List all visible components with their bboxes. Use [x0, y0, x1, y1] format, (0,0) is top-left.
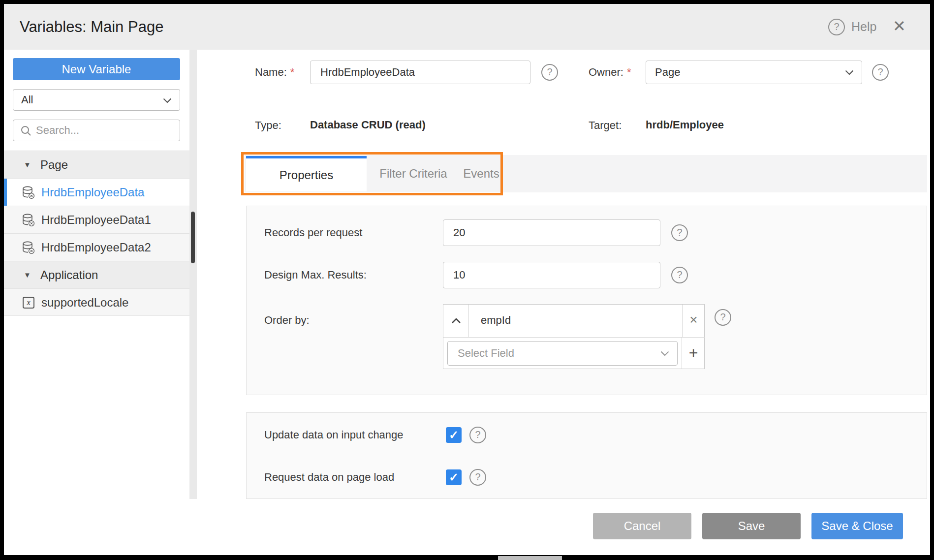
- sidebar-item-supportedlocale[interactable]: x supportedLocale: [4, 288, 189, 316]
- cancel-button[interactable]: Cancel: [593, 513, 691, 539]
- database-variable-icon: [22, 186, 35, 199]
- design-max-results-label: Design Max. Results:: [264, 262, 367, 288]
- background-app-remnant: [498, 556, 562, 560]
- dialog-title: Variables: Main Page: [20, 4, 163, 50]
- search-icon: [20, 125, 32, 137]
- variable-filter-select[interactable]: All: [13, 89, 180, 111]
- sidebar-item-hrdbemployeedata2[interactable]: HrdbEmployeeData2: [4, 233, 189, 261]
- variable-filter-value: All: [21, 90, 33, 110]
- design-max-results-input[interactable]: [443, 262, 660, 288]
- name-label: Name:: [255, 66, 287, 79]
- variable-icon: x: [23, 297, 34, 309]
- name-input[interactable]: [310, 61, 530, 84]
- owner-value: Page: [655, 61, 680, 84]
- target-label: Target:: [589, 119, 622, 132]
- sidebar-divider: [189, 50, 197, 501]
- select-field-placeholder: Select Field: [458, 342, 514, 365]
- database-variable-icon: [22, 241, 35, 254]
- sidebar-item-label: HrdbEmployeeData1: [41, 206, 151, 234]
- name-label-row: Name: *: [255, 61, 294, 84]
- type-label: Type:: [255, 119, 281, 132]
- sidebar-scrollbar-thumb[interactable]: [191, 212, 195, 263]
- sidebar-item-hrdbemployeedata1[interactable]: HrdbEmployeeData1: [4, 206, 189, 233]
- sort-ascending-toggle[interactable]: [443, 305, 469, 337]
- order-by-row2: Select Field: [443, 337, 682, 369]
- sidebar-group-application[interactable]: ▼ Application: [4, 261, 189, 288]
- tabs-highlight-annotation: [241, 152, 503, 195]
- sidebar-item-hrdbemployeedata[interactable]: HrdbEmployeeData: [4, 178, 189, 206]
- owner-help-icon[interactable]: ?: [872, 64, 889, 81]
- owner-select[interactable]: Page: [646, 61, 862, 84]
- records-per-request-input[interactable]: [443, 219, 660, 246]
- help-question-icon[interactable]: ?: [828, 19, 845, 35]
- sidebar-item-label: HrdbEmployeeData2: [41, 234, 151, 261]
- triangle-down-icon: ▼: [24, 151, 31, 179]
- update-on-input-help-icon[interactable]: ?: [469, 427, 486, 443]
- request-on-load-checkbox[interactable]: ✓: [446, 469, 462, 485]
- new-variable-button[interactable]: New Variable: [13, 58, 180, 80]
- chevron-down-icon: [845, 70, 854, 75]
- target-value: hrdb/Employee: [646, 119, 724, 131]
- variables-dialog: Variables: Main Page ? Help ✕ New Variab…: [0, 0, 934, 560]
- remove-order-field-icon[interactable]: ×: [682, 305, 705, 337]
- sidebar-item-label: HrdbEmployeeData: [41, 179, 144, 206]
- order-by-widget: empId × Select Field +: [443, 304, 705, 369]
- help-link[interactable]: Help: [851, 4, 876, 50]
- order-by-help-icon[interactable]: ?: [715, 309, 731, 326]
- max-results-help-icon[interactable]: ?: [671, 267, 688, 283]
- search-box[interactable]: [13, 120, 180, 141]
- close-icon[interactable]: ✕: [893, 4, 906, 50]
- records-help-icon[interactable]: ?: [671, 224, 688, 241]
- search-input[interactable]: [36, 121, 174, 140]
- selected-indicator: [4, 179, 7, 206]
- order-by-field[interactable]: empId: [469, 305, 682, 337]
- triangle-down-icon: ▼: [24, 261, 31, 289]
- save-and-close-button[interactable]: Save & Close: [811, 513, 903, 539]
- background-app-strip: [0, 555, 934, 560]
- sidebar-item-label: supportedLocale: [41, 289, 128, 316]
- owner-label: Owner:: [589, 66, 623, 79]
- order-by-label: Order by:: [264, 304, 310, 337]
- name-help-icon[interactable]: ?: [541, 64, 558, 81]
- group-label: Page: [40, 151, 68, 179]
- group-label: Application: [40, 261, 98, 289]
- sidebar-group-page[interactable]: ▼ Page: [4, 151, 189, 178]
- add-order-field-icon[interactable]: +: [682, 337, 705, 369]
- request-on-load-help-icon[interactable]: ?: [469, 469, 486, 486]
- select-field-dropdown[interactable]: Select Field: [447, 341, 678, 366]
- save-button[interactable]: Save: [702, 513, 801, 539]
- database-variable-icon: [22, 213, 35, 227]
- records-per-request-label: Records per request: [264, 219, 362, 246]
- chevron-down-icon: [163, 98, 172, 103]
- owner-label-row: Owner: *: [589, 61, 631, 84]
- update-on-input-label: Update data on input change: [264, 424, 404, 446]
- request-on-load-label: Request data on page load: [264, 467, 394, 488]
- update-on-input-checkbox[interactable]: ✓: [446, 427, 462, 443]
- chevron-down-icon: [660, 351, 669, 356]
- required-marker: *: [627, 66, 631, 79]
- caret-up-icon: [451, 318, 461, 324]
- type-value: Database CRUD (read): [310, 119, 426, 131]
- required-marker: *: [290, 66, 295, 79]
